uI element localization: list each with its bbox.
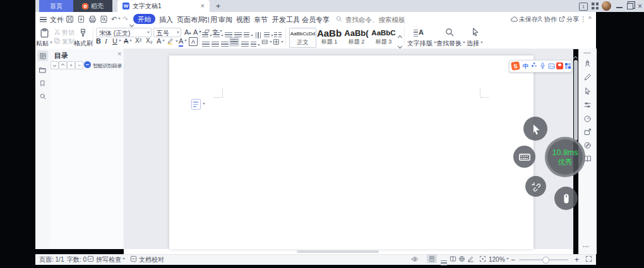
format-painter-button[interactable]: 格式刷 <box>74 40 93 47</box>
paste-options-widget[interactable] <box>191 99 201 110</box>
ime-voice-dots-icon[interactable] <box>532 65 534 67</box>
overlay-keyboard-button[interactable] <box>513 146 535 168</box>
toc-zoom-in-button[interactable]: + <box>67 61 75 69</box>
copy-button[interactable]: 复制 <box>62 38 75 45</box>
find-replace-button[interactable]: 查找替换 <box>436 40 465 47</box>
overlay-pointer-button[interactable] <box>523 117 547 141</box>
zoom-slider-thumb[interactable] <box>542 257 549 264</box>
bold-button[interactable]: B <box>96 38 101 45</box>
style-heading1[interactable]: AaBb 标题 1 <box>316 28 342 47</box>
menu-tab-section[interactable]: 章节 <box>254 16 268 23</box>
text-effects-button[interactable]: A <box>157 38 165 45</box>
style-normal[interactable]: AaBbCcDd 正文 <box>289 28 316 48</box>
eye-protection-icon[interactable] <box>411 255 419 263</box>
italic-button[interactable]: I <box>105 38 107 45</box>
menu-tab-dev-tools[interactable]: 开发工具 <box>272 16 300 23</box>
shading-button[interactable] <box>261 38 268 45</box>
search-pane-icon[interactable] <box>39 93 47 100</box>
menu-tab-start[interactable]: 开始 <box>133 14 155 24</box>
collapse-ribbon-icon[interactable]: ^ <box>588 16 592 23</box>
adjust-sliders-icon[interactable] <box>583 101 592 109</box>
marker-pen-icon[interactable] <box>583 73 592 81</box>
align-left-button[interactable] <box>202 39 210 50</box>
window-restore-icon[interactable] <box>627 3 633 9</box>
tab-document-active[interactable]: W 文字文稿1 × <box>117 0 210 12</box>
new-tab-button[interactable]: + <box>213 1 223 11</box>
save-status-label[interactable]: 未保存 <box>519 16 538 23</box>
ink-view-button[interactable] <box>467 255 474 262</box>
page-view-button[interactable] <box>427 254 437 263</box>
toc-close-icon[interactable]: × <box>117 50 121 57</box>
spell-check-button[interactable]: 拼写检查 <box>96 257 125 263</box>
strikethrough-button[interactable]: A <box>124 38 132 45</box>
menu-tab-references[interactable]: 引用 <box>203 16 217 23</box>
print-button[interactable] <box>88 15 97 23</box>
window-minimize-icon[interactable] <box>616 7 623 8</box>
gauge-tool-icon[interactable] <box>583 115 592 123</box>
document-page[interactable] <box>169 55 534 249</box>
shrink-font-button[interactable]: A <box>193 29 201 36</box>
toc-collapse-all-button[interactable] <box>59 61 67 69</box>
menu-tab-view[interactable]: 视图 <box>236 16 250 23</box>
web-view-button[interactable] <box>458 255 465 262</box>
menu-tab-review[interactable]: 审阅 <box>218 16 232 23</box>
font-name-combo[interactable]: 宋体 (正文) <box>96 28 152 37</box>
window-close-icon[interactable]: × <box>636 1 644 11</box>
redo-button[interactable]: ↷ <box>122 15 128 23</box>
tab-docer[interactable]: 稻壳 <box>73 0 112 12</box>
save-button[interactable] <box>66 15 74 23</box>
grow-font-button[interactable]: A <box>184 29 191 36</box>
overlay-mouse-button[interactable] <box>554 187 578 210</box>
pointer-tool-icon[interactable] <box>583 87 592 95</box>
toc-list-area[interactable] <box>51 71 122 247</box>
ime-skin-icon[interactable] <box>556 62 563 69</box>
font-color-button[interactable]: A <box>179 38 187 45</box>
highlight-button[interactable] <box>167 37 174 45</box>
zoom-in-button[interactable]: + <box>575 256 579 264</box>
print-preview-button[interactable] <box>100 15 108 23</box>
ime-chinese-mode-icon[interactable]: 中 <box>523 62 528 71</box>
file-menu[interactable]: 文件 <box>50 16 64 23</box>
word-count[interactable]: 字数: 0 <box>67 257 86 263</box>
outline-view-button[interactable] <box>441 257 447 268</box>
doc-proof-button[interactable]: 文档校对 <box>139 257 164 263</box>
tool-strip-handle[interactable] <box>583 52 591 54</box>
menu-tab-page-layout[interactable]: 页面布局 <box>177 16 205 23</box>
toc-zoom-out-button[interactable]: − <box>75 61 83 69</box>
collaborate-button[interactable]: 协作 <box>544 16 557 23</box>
superscript-button[interactable]: X² <box>135 38 141 44</box>
distribute-button[interactable] <box>241 39 249 50</box>
style-heading3[interactable]: AaBbC 标题 3 <box>371 28 397 47</box>
export-pdf-button[interactable] <box>77 15 85 23</box>
borders-button[interactable] <box>273 38 280 45</box>
subscript-button[interactable]: X₂ <box>146 38 153 44</box>
user-avatar[interactable] <box>602 1 611 11</box>
rocket-tool-icon[interactable] <box>583 59 592 67</box>
char-border-button[interactable]: A <box>189 37 198 46</box>
tab-home[interactable]: 首页 <box>39 0 73 12</box>
align-right-button[interactable] <box>221 39 229 50</box>
tab-close-icon[interactable]: × <box>201 3 205 9</box>
toc-pane-button[interactable] <box>37 50 48 61</box>
style-heading2[interactable]: AaBb( 标题 2 <box>343 28 369 47</box>
text-layout-button[interactable]: 文字排版 <box>407 40 436 47</box>
layout-switch-icon[interactable]: 1 <box>579 3 588 11</box>
hscroll-thumb[interactable] <box>297 250 379 253</box>
overlay-latency-button[interactable]: 10.8ms 优秀 <box>545 137 585 177</box>
compass-tool-icon[interactable] <box>583 141 592 149</box>
fit-page-icon[interactable] <box>479 255 486 262</box>
zoom-out-button[interactable]: − <box>511 256 515 264</box>
line-spacing-button[interactable] <box>251 39 260 50</box>
toc-expand-all-button[interactable] <box>51 61 59 69</box>
align-center-button[interactable] <box>212 39 219 50</box>
style-gallery-down-icon[interactable] <box>398 39 402 50</box>
vscroll-thumb[interactable] <box>574 60 578 141</box>
bookmark-icon[interactable] <box>39 79 46 87</box>
smart-toc-item[interactable]: 智能识别目录 <box>93 62 122 69</box>
more-options-icon[interactable]: ⋮ <box>580 16 587 23</box>
zoom-level-button[interactable]: 120% <box>489 257 509 263</box>
ime-logo-icon[interactable]: S <box>511 61 520 71</box>
chapter-nav-icon[interactable] <box>39 66 47 74</box>
read-view-button[interactable] <box>450 255 456 262</box>
ime-mic-icon[interactable] <box>539 62 546 69</box>
